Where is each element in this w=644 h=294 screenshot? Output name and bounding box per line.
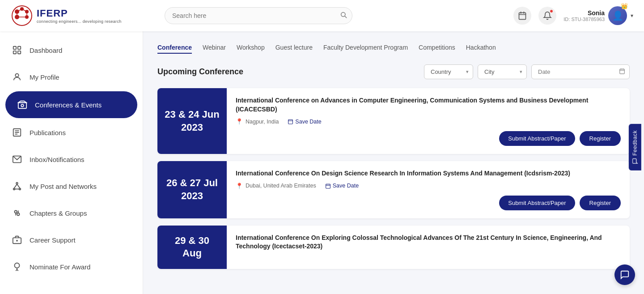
sidebar-item-my-profile[interactable]: My Profile: [0, 64, 143, 90]
conf-title-3: International Conference On Exploring Co…: [236, 234, 621, 251]
conf-meta-1: 📍 Nagpur, India Save Date: [236, 118, 621, 125]
conf-actions-1: Submit Abstract/Paper Register: [236, 131, 621, 146]
sidebar-label-chapters: Chapters & Groups: [30, 209, 87, 217]
sidebar-item-nominate[interactable]: Nominate For Award: [0, 253, 143, 280]
conf-location-2: Dubai, United Arab Emirates: [246, 183, 316, 189]
search-bar: [165, 7, 352, 24]
register-button-2[interactable]: Register: [580, 196, 621, 210]
svg-rect-20: [18, 51, 21, 54]
date-filter[interactable]: [531, 64, 630, 79]
user-info[interactable]: Sonia ID: STU-38785963 👤 👑 ▾: [564, 6, 633, 25]
location-icon-1: 📍: [236, 118, 243, 125]
sidebar-item-inbox[interactable]: Inbox/Notifications: [0, 146, 143, 173]
user-id: ID: STU-38785963: [564, 17, 605, 22]
search-input[interactable]: [165, 7, 352, 24]
svg-point-36: [17, 213, 20, 216]
dropdown-arrow-icon: ▾: [631, 13, 633, 19]
notifications-button[interactable]: [538, 7, 556, 25]
tab-competitions[interactable]: Competitions: [419, 44, 455, 54]
conf-location-1: Nagpur, India: [246, 119, 279, 125]
conf-date-line1-1: 23 & 24 Jun: [165, 108, 219, 121]
city-filter[interactable]: City: [478, 64, 527, 79]
chat-icon: [620, 270, 630, 280]
country-filter-wrap: Country ▾: [424, 64, 473, 79]
save-date-link-2[interactable]: Save Date: [325, 183, 359, 189]
conf-date-3: 29 & 30 Aug: [157, 226, 227, 269]
header-right: Sonia ID: STU-38785963 👤 👑 ▾: [513, 6, 633, 25]
conference-card-3: 29 & 30 Aug International Conference On …: [157, 226, 630, 269]
filters: Country ▾ City ▾: [424, 64, 630, 79]
profile-icon: [11, 71, 23, 83]
svg-line-32: [14, 184, 17, 188]
tab-faculty-dev[interactable]: Faculty Development Program: [323, 44, 408, 54]
conf-date-line2-2: 2023: [181, 190, 203, 203]
sidebar-item-career[interactable]: Career Support: [0, 226, 143, 253]
conf-meta-2: 📍 Dubai, United Arab Emirates Save Date: [236, 183, 621, 189]
sidebar-label-networks: My Post and Networks: [30, 183, 97, 190]
avatar: 👤 👑: [608, 6, 627, 25]
sidebar-label-dashboard: Dashboard: [30, 47, 62, 54]
tabs: Conference Webinar Workshop Guest lectur…: [157, 44, 630, 54]
sidebar-item-chapters[interactable]: Chapters & Groups: [0, 200, 143, 226]
sidebar: Dashboard My Profile Conferences & Event…: [0, 31, 143, 294]
dashboard-icon: [11, 44, 23, 56]
chat-button[interactable]: [614, 264, 635, 285]
tab-workshop[interactable]: Workshop: [237, 44, 265, 54]
sidebar-item-publications[interactable]: Publications: [0, 119, 143, 146]
svg-rect-48: [326, 184, 330, 188]
tab-conference[interactable]: Conference: [157, 44, 192, 54]
svg-line-12: [345, 16, 347, 18]
sidebar-label-publications: Publications: [30, 129, 66, 136]
feedback-tab[interactable]: Feedback: [629, 124, 641, 170]
logo-area: IFERP connecting engineers... developing…: [11, 4, 154, 27]
conferences-icon: [16, 98, 29, 111]
award-icon: [11, 260, 23, 273]
svg-rect-13: [519, 13, 526, 19]
conference-card-2: 26 & 27 Jul 2023 International Conferenc…: [157, 161, 630, 218]
sidebar-label-inbox: Inbox/Notifications: [30, 156, 85, 163]
chapters-icon: [11, 207, 23, 219]
conf-date-1: 23 & 24 Jun 2023: [157, 88, 227, 154]
feedback-icon: [632, 158, 638, 164]
svg-rect-17: [13, 47, 16, 49]
search-button[interactable]: [340, 11, 347, 20]
conf-body-2: International Conference On Design Scien…: [227, 161, 630, 218]
crown-icon: 👑: [621, 3, 628, 9]
user-text: Sonia ID: STU-38785963: [564, 9, 605, 22]
tab-hackathon[interactable]: Hackathon: [466, 44, 496, 54]
submit-abstract-button-1[interactable]: Submit Abstract/Paper: [499, 131, 575, 146]
logo-text: IFERP connecting engineers... developing…: [37, 8, 122, 24]
logo-sub-text: connecting engineers... developing resea…: [37, 19, 122, 24]
submit-abstract-button-2[interactable]: Submit Abstract/Paper: [499, 196, 575, 210]
sidebar-item-networks[interactable]: My Post and Networks: [0, 173, 143, 200]
calendar-button[interactable]: [513, 7, 531, 25]
sidebar-label-my-profile: My Profile: [30, 73, 59, 81]
sidebar-item-conferences[interactable]: Conferences & Events: [5, 91, 137, 118]
svg-point-35: [15, 211, 17, 213]
conf-title-1: International Conference on Advances in …: [236, 96, 621, 114]
save-date-link-1[interactable]: Save Date: [288, 119, 321, 125]
conf-date-line1-3: 29 & 30 Aug: [165, 234, 220, 260]
svg-point-23: [21, 104, 24, 107]
svg-rect-19: [13, 51, 16, 54]
register-button-1[interactable]: Register: [580, 131, 621, 146]
tab-guest-lecture[interactable]: Guest lecture: [275, 44, 313, 54]
sidebar-item-dashboard[interactable]: Dashboard: [0, 37, 143, 64]
conference-card-1: 23 & 24 Jun 2023 International Conferenc…: [157, 88, 630, 154]
sidebar-label-nominate: Nominate For Award: [30, 263, 90, 271]
svg-rect-46: [288, 119, 293, 124]
user-name: Sonia: [564, 9, 605, 17]
career-icon: [11, 234, 23, 246]
svg-point-29: [16, 183, 18, 184]
conf-date-line2-1: 2023: [181, 121, 203, 134]
logo-main-text: IFERP: [37, 8, 122, 19]
section-header: Upcoming Conference Country ▾ City ▾: [157, 64, 630, 79]
conf-actions-2: Submit Abstract/Paper Register: [236, 196, 621, 210]
city-filter-wrap: City ▾: [478, 64, 527, 79]
conf-body-3: International Conference On Exploring Co…: [227, 226, 630, 269]
svg-point-40: [15, 263, 20, 268]
country-filter[interactable]: Country: [424, 64, 473, 79]
tab-webinar[interactable]: Webinar: [203, 44, 226, 54]
sidebar-label-conferences: Conferences & Events: [35, 101, 102, 109]
svg-rect-22: [18, 102, 26, 108]
